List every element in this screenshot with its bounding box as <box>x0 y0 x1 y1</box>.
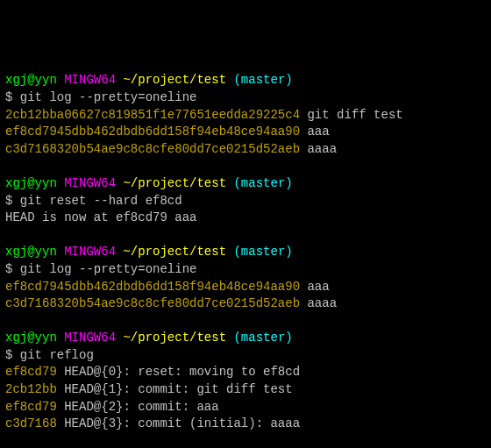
prompt-symbol: $ <box>5 90 12 104</box>
commit-short-hash: ef8cd79 <box>5 400 57 414</box>
log-line: c3d7168320b54ae9c8c8cfe80dd7ce0215d52aeb… <box>5 295 486 313</box>
log-line: ef8cd7945dbb462dbdb6dd158f94eb48ce94aa90… <box>5 124 486 141</box>
prompt-shell: MINGW64 <box>64 331 116 345</box>
prompt-symbol: $ <box>5 348 12 362</box>
prompt-user: xgj@yyn <box>5 245 57 259</box>
prompt-path: ~/project/test <box>123 176 226 190</box>
prompt-user: xgj@yyn <box>5 176 57 190</box>
command-line[interactable]: $ git log --pretty=oneline <box>5 89 486 107</box>
command-line[interactable]: $ git reset --hard ef8cd <box>5 193 486 210</box>
blank-line <box>5 158 486 175</box>
commit-hash: 2cb12bba06627c819851f1e77651eedda29225c4 <box>5 108 300 122</box>
prompt-branch: (master) <box>233 245 292 259</box>
prompt-line: xgj@yyn MINGW64 ~/project/test (master) <box>5 72 486 89</box>
commit-short-hash: c3d7168 <box>5 416 57 430</box>
reflog-line: ef8cd79 HEAD@{2}: commit: aaa <box>5 399 486 416</box>
prompt-line: xgj@yyn MINGW64 ~/project/test (master) <box>5 244 486 261</box>
log-line: 2cb12bba06627c819851f1e77651eedda29225c4… <box>5 107 486 124</box>
prompt-shell: MINGW64 <box>64 176 116 190</box>
blank-line <box>5 433 486 448</box>
reflog-ref: HEAD@{2}: commit: aaa <box>64 400 218 414</box>
prompt-path: ~/project/test <box>123 73 226 87</box>
commit-hash: c3d7168320b54ae9c8c8cfe80dd7ce0215d52aeb <box>5 296 300 310</box>
prompt-branch: (master) <box>233 176 292 190</box>
prompt-symbol: $ <box>5 262 12 276</box>
commit-short-hash: ef8cd79 <box>5 365 57 379</box>
prompt-user: xgj@yyn <box>5 73 57 87</box>
output-line: HEAD is now at ef8cd79 aaa <box>5 210 486 227</box>
commit-message: git diff test <box>307 108 402 122</box>
command-text: git reset --hard ef8cd <box>20 194 182 208</box>
reflog-ref: HEAD@{3}: commit (initial): aaaa <box>64 416 300 430</box>
prompt-branch: (master) <box>233 73 292 87</box>
reflog-line: c3d7168 HEAD@{3}: commit (initial): aaaa <box>5 416 486 433</box>
reflog-line: 2cb12bb HEAD@{1}: commit: git diff test <box>5 381 486 399</box>
log-line: ef8cd7945dbb462dbdb6dd158f94eb48ce94aa90… <box>5 279 486 296</box>
commit-hash: c3d7168320b54ae9c8c8cfe80dd7ce0215d52aeb <box>5 142 300 156</box>
commit-hash: ef8cd7945dbb462dbdb6dd158f94eb48ce94aa90 <box>5 280 300 294</box>
commit-short-hash: 2cb12bb <box>5 382 57 396</box>
commit-message: aaaa <box>307 142 337 156</box>
command-line[interactable]: $ git log --pretty=oneline <box>5 261 486 279</box>
log-line: c3d7168320b54ae9c8c8cfe80dd7ce0215d52aeb… <box>5 141 486 159</box>
reflog-ref: HEAD@{0}: reset: moving to ef8cd <box>64 365 300 379</box>
prompt-shell: MINGW64 <box>64 73 116 87</box>
commit-message: aaa <box>307 124 329 139</box>
command-text: git log --pretty=oneline <box>20 262 197 276</box>
command-text: git log --pretty=oneline <box>20 90 197 104</box>
prompt-shell: MINGW64 <box>64 245 116 259</box>
reflog-line: ef8cd79 HEAD@{0}: reset: moving to ef8cd <box>5 364 486 381</box>
commit-message: aaa <box>307 280 329 294</box>
prompt-path: ~/project/test <box>123 331 226 345</box>
command-line[interactable]: $ git reflog <box>5 347 486 365</box>
blank-line <box>5 313 486 331</box>
terminal-window[interactable]: xgj@yyn MINGW64 ~/project/test (master)$… <box>5 72 486 448</box>
commit-hash: ef8cd7945dbb462dbdb6dd158f94eb48ce94aa90 <box>5 124 300 139</box>
reflog-ref: HEAD@{1}: commit: git diff test <box>64 382 292 396</box>
prompt-line: xgj@yyn MINGW64 ~/project/test (master) <box>5 330 486 347</box>
prompt-branch: (master) <box>233 331 292 345</box>
prompt-user: xgj@yyn <box>5 331 57 345</box>
blank-line <box>5 227 486 245</box>
prompt-symbol: $ <box>5 194 12 208</box>
command-text: git reflog <box>20 348 94 362</box>
commit-message: aaaa <box>307 296 337 310</box>
prompt-line: xgj@yyn MINGW64 ~/project/test (master) <box>5 175 486 193</box>
prompt-path: ~/project/test <box>123 245 226 259</box>
